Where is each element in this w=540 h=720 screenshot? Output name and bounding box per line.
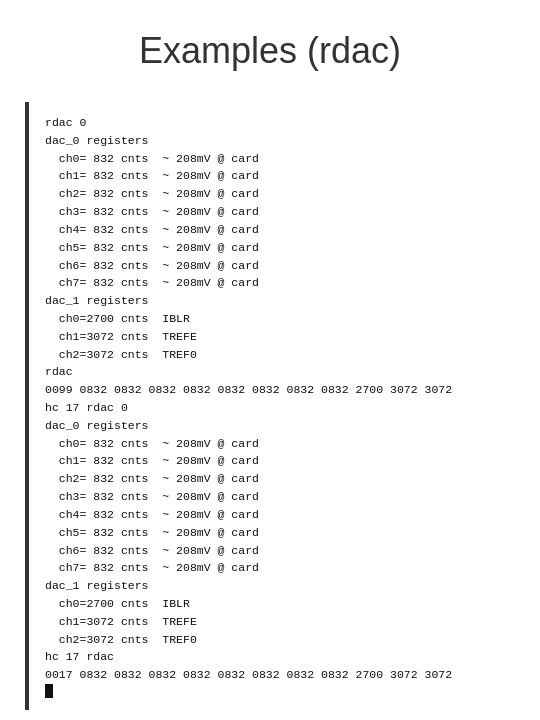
terminal-line: ch2=3072 cnts TREF0 <box>45 346 499 364</box>
terminal-line: rdac 0 <box>45 114 499 132</box>
terminal-line: dac_1 registers <box>45 292 499 310</box>
terminal-line: ch2= 832 cnts ~ 208mV @ card <box>45 185 499 203</box>
terminal-line: ch0=2700 cnts IBLR <box>45 595 499 613</box>
terminal-line: hc 17 rdac <box>45 648 499 666</box>
terminal-line: ch7= 832 cnts ~ 208mV @ card <box>45 559 499 577</box>
terminal-line: dac_0 registers <box>45 417 499 435</box>
terminal-line: ch6= 832 cnts ~ 208mV @ card <box>45 542 499 560</box>
terminal-line: dac_0 registers <box>45 132 499 150</box>
terminal-line: 0099 0832 0832 0832 0832 0832 0832 0832 … <box>45 381 499 399</box>
terminal-line: ch1= 832 cnts ~ 208mV @ card <box>45 452 499 470</box>
terminal-line: ch3= 832 cnts ~ 208mV @ card <box>45 203 499 221</box>
terminal-line: ch0=2700 cnts IBLR <box>45 310 499 328</box>
terminal-line: ch4= 832 cnts ~ 208mV @ card <box>45 506 499 524</box>
terminal-line: ch0= 832 cnts ~ 208mV @ card <box>45 435 499 453</box>
page-title: Examples (rdac) <box>139 30 401 72</box>
terminal-line: ch2=3072 cnts TREF0 <box>45 631 499 649</box>
terminal-line: ch1=3072 cnts TREFE <box>45 328 499 346</box>
terminal-line: ch5= 832 cnts ~ 208mV @ card <box>45 524 499 542</box>
terminal-line: dac_1 registers <box>45 577 499 595</box>
terminal-line: rdac <box>45 363 499 381</box>
terminal-line: ch4= 832 cnts ~ 208mV @ card <box>45 221 499 239</box>
terminal-content: rdac 0dac_0 registers ch0= 832 cnts ~ 20… <box>45 114 499 684</box>
terminal-line: ch3= 832 cnts ~ 208mV @ card <box>45 488 499 506</box>
terminal-line: 0017 0832 0832 0832 0832 0832 0832 0832 … <box>45 666 499 684</box>
cursor-line <box>45 684 499 698</box>
terminal-line: ch2= 832 cnts ~ 208mV @ card <box>45 470 499 488</box>
terminal-line: ch6= 832 cnts ~ 208mV @ card <box>45 257 499 275</box>
terminal-cursor <box>45 684 53 698</box>
terminal-line: ch5= 832 cnts ~ 208mV @ card <box>45 239 499 257</box>
terminal-container: rdac 0dac_0 registers ch0= 832 cnts ~ 20… <box>25 102 515 710</box>
terminal-line: ch0= 832 cnts ~ 208mV @ card <box>45 150 499 168</box>
terminal-line: hc 17 rdac 0 <box>45 399 499 417</box>
terminal-line: ch1=3072 cnts TREFE <box>45 613 499 631</box>
terminal-line: ch1= 832 cnts ~ 208mV @ card <box>45 167 499 185</box>
page-container: Examples (rdac) rdac 0dac_0 registers ch… <box>0 0 540 720</box>
terminal-line: ch7= 832 cnts ~ 208mV @ card <box>45 274 499 292</box>
